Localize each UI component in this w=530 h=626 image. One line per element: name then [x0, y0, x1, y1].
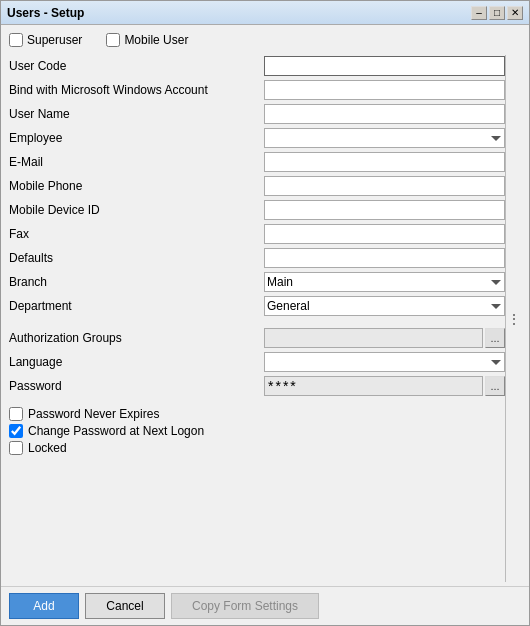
locked-checkbox[interactable]: [9, 441, 23, 455]
language-row: Language: [9, 351, 505, 373]
password-display: ****: [264, 376, 483, 396]
employee-input-area: [264, 128, 505, 148]
password-never-expires-label: Password Never Expires: [28, 407, 159, 421]
employee-label: Employee: [9, 131, 264, 145]
department-row: Department General: [9, 295, 505, 317]
title-bar: Users - Setup – □ ✕: [1, 1, 529, 25]
branch-label: Branch: [9, 275, 264, 289]
copy-form-button[interactable]: Copy Form Settings: [171, 593, 319, 619]
mobile-device-input-area: [264, 200, 505, 220]
mobile-phone-input[interactable]: [264, 176, 505, 196]
close-button[interactable]: ✕: [507, 6, 523, 20]
mobile-device-input[interactable]: [264, 200, 505, 220]
mobile-device-row: Mobile Device ID: [9, 199, 505, 221]
defaults-row: Defaults: [9, 247, 505, 269]
mobile-device-label: Mobile Device ID: [9, 203, 264, 217]
email-input-area: [264, 152, 505, 172]
password-ellipsis-button[interactable]: ...: [485, 376, 505, 396]
superuser-label: Superuser: [27, 33, 82, 47]
change-password-label: Change Password at Next Logon: [28, 424, 204, 438]
window-title: Users - Setup: [7, 6, 84, 20]
form-content: Superuser Mobile User User Code Bind wit…: [1, 25, 529, 586]
auth-groups-ellipsis-button[interactable]: ...: [485, 328, 505, 348]
mobile-phone-label: Mobile Phone: [9, 179, 264, 193]
form-section-inner: User Code Bind with Microsoft Windows Ac…: [9, 55, 505, 582]
add-button[interactable]: Add: [9, 593, 79, 619]
window-controls: – □ ✕: [471, 6, 523, 20]
user-code-input[interactable]: [264, 56, 505, 76]
cancel-button[interactable]: Cancel: [85, 593, 165, 619]
windows-account-input[interactable]: [264, 80, 505, 100]
department-select[interactable]: General: [264, 296, 505, 316]
mobile-phone-row: Mobile Phone: [9, 175, 505, 197]
change-password-row: Change Password at Next Logon: [9, 424, 505, 438]
email-input[interactable]: [264, 152, 505, 172]
fax-label: Fax: [9, 227, 264, 241]
form-section-wrapper: User Code Bind with Microsoft Windows Ac…: [9, 55, 521, 582]
windows-account-row: Bind with Microsoft Windows Account: [9, 79, 505, 101]
password-never-expires-checkbox[interactable]: [9, 407, 23, 421]
branch-select[interactable]: Main: [264, 272, 505, 292]
password-never-expires-row: Password Never Expires: [9, 407, 505, 421]
restore-button[interactable]: □: [489, 6, 505, 20]
fax-input-area: [264, 224, 505, 244]
scroll-indicator: ⋮: [505, 55, 521, 582]
branch-row: Branch Main: [9, 271, 505, 293]
email-row: E-Mail: [9, 151, 505, 173]
password-label: Password: [9, 379, 264, 393]
department-label: Department: [9, 299, 264, 313]
password-row: Password **** ...: [9, 375, 505, 397]
bottom-bar: Add Cancel Copy Form Settings: [1, 586, 529, 625]
department-input-area: General: [264, 296, 505, 316]
user-code-label: User Code: [9, 59, 264, 73]
superuser-checkbox[interactable]: [9, 33, 23, 47]
language-label: Language: [9, 355, 264, 369]
auth-groups-input-area: ...: [264, 328, 505, 348]
fax-input[interactable]: [264, 224, 505, 244]
defaults-label: Defaults: [9, 251, 264, 265]
auth-groups-display: [264, 328, 483, 348]
user-name-label: User Name: [9, 107, 264, 121]
windows-account-input-area: [264, 80, 505, 100]
auth-groups-label: Authorization Groups: [9, 331, 264, 345]
superuser-checkbox-item: Superuser: [9, 33, 82, 47]
defaults-input[interactable]: [264, 248, 505, 268]
user-name-input-area: [264, 104, 505, 124]
users-setup-window: Users - Setup – □ ✕ Superuser Mobile Use…: [0, 0, 530, 626]
change-password-checkbox[interactable]: [9, 424, 23, 438]
password-dots: ****: [268, 378, 298, 394]
user-name-input[interactable]: [264, 104, 505, 124]
locked-row: Locked: [9, 441, 505, 455]
mobile-phone-input-area: [264, 176, 505, 196]
language-input-area: [264, 352, 505, 372]
branch-input-area: Main: [264, 272, 505, 292]
user-code-row: User Code: [9, 55, 505, 77]
auth-groups-row: Authorization Groups ...: [9, 327, 505, 349]
password-input-area: **** ...: [264, 376, 505, 396]
defaults-input-area: [264, 248, 505, 268]
fax-row: Fax: [9, 223, 505, 245]
windows-account-label: Bind with Microsoft Windows Account: [9, 83, 264, 97]
minimize-button[interactable]: –: [471, 6, 487, 20]
mobile-user-checkbox-item: Mobile User: [106, 33, 188, 47]
locked-label: Locked: [28, 441, 67, 455]
user-name-row: User Name: [9, 103, 505, 125]
user-code-input-area: [264, 56, 505, 76]
scroll-icon: ⋮: [507, 311, 521, 327]
mobile-user-label: Mobile User: [124, 33, 188, 47]
mobile-user-checkbox[interactable]: [106, 33, 120, 47]
top-checkbox-row: Superuser Mobile User: [9, 33, 521, 47]
employee-row: Employee: [9, 127, 505, 149]
employee-select[interactable]: [264, 128, 505, 148]
language-select[interactable]: [264, 352, 505, 372]
email-label: E-Mail: [9, 155, 264, 169]
